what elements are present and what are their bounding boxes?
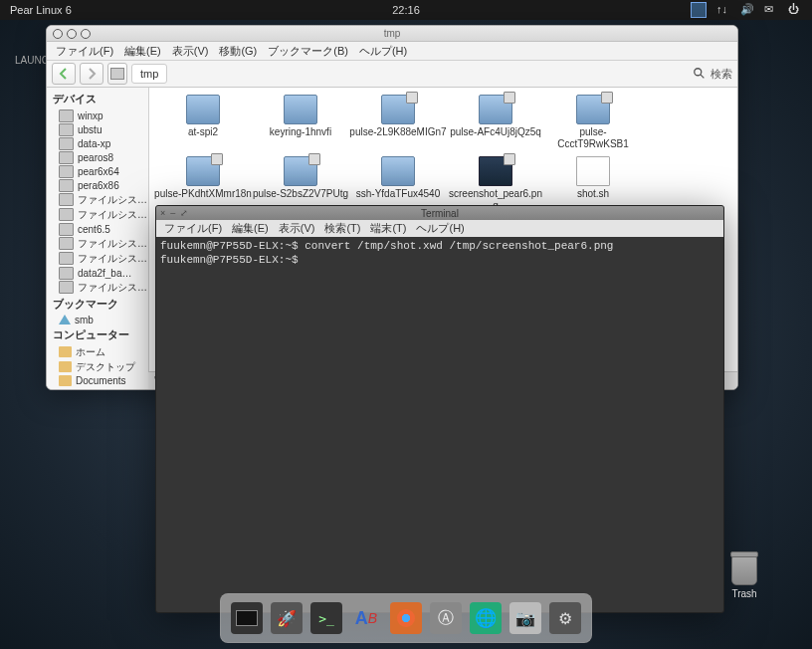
- window-buttons[interactable]: ×–⤢: [160, 208, 188, 218]
- top-panel: Pear Linux 6 22:16 ↑↓ 🔊 ✉ ⏻: [0, 0, 812, 20]
- folder-icon: [479, 95, 512, 124]
- search-area[interactable]: 検索: [693, 67, 732, 82]
- window-control[interactable]: ×: [160, 208, 165, 218]
- window-control[interactable]: –: [170, 208, 175, 218]
- file-label: keyring-1hnvfi: [270, 126, 331, 138]
- fm-titlebar[interactable]: tmp: [47, 26, 737, 42]
- sidebar-item[interactable]: デスクトップ: [47, 359, 148, 374]
- sidebar-item[interactable]: data2f_ba…: [47, 266, 148, 280]
- sidebar-item[interactable]: ファイルシス…: [47, 207, 148, 222]
- file-label: pulse-AFc4Uj8jQz5q: [450, 126, 541, 138]
- term-output[interactable]: fuukemn@P7P55D-ELX:~$ convert /tmp/shot.…: [156, 237, 723, 269]
- window-buttons[interactable]: [53, 29, 91, 39]
- smb-icon: [59, 315, 71, 324]
- sidebar-item-label: ファイルシス…: [78, 208, 147, 222]
- volume-icon[interactable]: 🔊: [740, 3, 754, 17]
- drive-icon: [59, 267, 74, 280]
- file-label: ssh-YfdaTFux4540: [356, 188, 441, 200]
- dock-globe-icon[interactable]: 🌐: [470, 602, 502, 634]
- file-label: pulse-PKdhtXMmr18n: [154, 188, 252, 200]
- breadcrumb[interactable]: tmp: [131, 64, 167, 84]
- term-title-text: Terminal: [421, 208, 459, 219]
- document-icon: [576, 156, 610, 186]
- sidebar-item-label: data2f_ba…: [78, 268, 132, 279]
- mail-icon[interactable]: ✉: [764, 3, 778, 17]
- clock: 22:16: [392, 4, 420, 16]
- sidebar-item-label: デスクトップ: [76, 360, 135, 374]
- file-item[interactable]: pulse-AFc4Uj8jQz5q: [447, 93, 544, 154]
- drive-icon: [59, 109, 74, 122]
- dock-font-icon[interactable]: AB: [350, 602, 382, 634]
- trash-icon[interactable]: Trash: [731, 555, 757, 599]
- dock[interactable]: 🚀>_ABⒶ🌐📷⚙: [220, 593, 592, 643]
- sidebar-item[interactable]: data-xp: [47, 136, 148, 150]
- dock-settings-icon[interactable]: ⚙: [549, 602, 581, 634]
- sidebar-item-label: ubstu: [78, 124, 102, 135]
- sidebar-item[interactable]: smb: [47, 314, 148, 325]
- menu-item[interactable]: 移動(G): [215, 43, 261, 60]
- terminal-window: ×–⤢ Terminal ファイル(F)編集(E)表示(V)検索(T)端末(T)…: [155, 205, 724, 613]
- menu-item[interactable]: ヘルプ(H): [412, 220, 468, 237]
- drive-icon: [59, 208, 74, 221]
- dock-monitor-icon[interactable]: [231, 602, 263, 634]
- os-name: Pear Linux 6: [10, 4, 72, 16]
- drive-icon: [59, 252, 74, 265]
- term-menubar[interactable]: ファイル(F)編集(E)表示(V)検索(T)端末(T)ヘルプ(H): [156, 220, 723, 237]
- network-icon[interactable]: ↑↓: [716, 3, 730, 17]
- folder-icon: [381, 95, 415, 124]
- window-control[interactable]: ⤢: [180, 208, 188, 218]
- sidebar-item[interactable]: cent6.5: [47, 222, 148, 236]
- menu-item[interactable]: ブックマーク(B): [264, 43, 352, 60]
- sidebar-item-label: data-xp: [78, 138, 110, 149]
- sidebar-item[interactable]: ファイルシス…: [47, 251, 148, 266]
- sidebar-item[interactable]: ファイルシス…: [47, 236, 148, 251]
- folder-icon: [284, 156, 317, 186]
- dock-terminal-icon[interactable]: >_: [310, 602, 342, 634]
- file-item[interactable]: pulse-CcctT9RwKSB1: [544, 93, 642, 154]
- menu-item[interactable]: 編集(E): [120, 43, 165, 60]
- file-item[interactable]: at-spi2: [154, 93, 252, 154]
- file-item[interactable]: keyring-1hnvfi: [252, 93, 349, 154]
- menu-item[interactable]: ファイル(F): [52, 43, 117, 60]
- dock-camera-icon[interactable]: 📷: [509, 602, 541, 634]
- menu-item[interactable]: 端末(T): [366, 220, 410, 237]
- sidebar-item[interactable]: ホーム: [47, 344, 148, 359]
- sidebar-item[interactable]: ファイルシス…: [47, 192, 148, 207]
- sidebar-item[interactable]: pera6x86: [47, 178, 148, 192]
- menu-item[interactable]: ファイル(F): [160, 220, 226, 237]
- folder-icon: [59, 361, 72, 372]
- sidebar-item[interactable]: pearos8: [47, 150, 148, 164]
- fm-sidebar[interactable]: デバイスwinxpubstudata-xppearos8pear6x64pera…: [47, 88, 149, 389]
- folder-icon: [186, 95, 220, 124]
- menu-item[interactable]: 検索(T): [320, 220, 364, 237]
- sidebar-item-label: pear6x64: [78, 166, 119, 177]
- sidebar-item-label: ファイルシス…: [78, 193, 147, 207]
- dock-rocket-icon[interactable]: 🚀: [271, 602, 303, 634]
- search-icon: [693, 67, 707, 81]
- menu-item[interactable]: 表示(V): [275, 220, 319, 237]
- drive-icon: [59, 123, 74, 136]
- power-icon[interactable]: ⏻: [788, 3, 802, 17]
- indicator-icon[interactable]: [691, 2, 707, 18]
- drive-icon: [59, 165, 74, 178]
- sidebar-header: ブックマーク: [47, 295, 148, 314]
- path-root-button[interactable]: [107, 63, 127, 85]
- folder-icon: [284, 95, 317, 124]
- sidebar-item[interactable]: ファイルシス…: [47, 280, 148, 295]
- sidebar-item[interactable]: pear6x64: [47, 164, 148, 178]
- menu-item[interactable]: 編集(E): [228, 220, 273, 237]
- term-titlebar[interactable]: ×–⤢ Terminal: [156, 206, 723, 220]
- fm-menubar[interactable]: ファイル(F)編集(E)表示(V)移動(G)ブックマーク(B)ヘルプ(H): [47, 42, 737, 61]
- menu-item[interactable]: ヘルプ(H): [355, 43, 411, 60]
- file-item[interactable]: pulse-2L9K88eMIGn7: [349, 93, 447, 154]
- sidebar-item[interactable]: ubstu: [47, 122, 148, 136]
- sidebar-item[interactable]: winxp: [47, 108, 148, 122]
- dock-appstore-icon[interactable]: Ⓐ: [430, 602, 462, 634]
- forward-button[interactable]: [80, 63, 103, 85]
- back-button[interactable]: [52, 63, 76, 85]
- sidebar-item[interactable]: Documents: [47, 374, 148, 386]
- menu-item[interactable]: 表示(V): [168, 43, 213, 60]
- drive-icon: [59, 151, 74, 164]
- dock-firefox-icon[interactable]: [390, 602, 422, 634]
- drive-icon: [59, 179, 74, 192]
